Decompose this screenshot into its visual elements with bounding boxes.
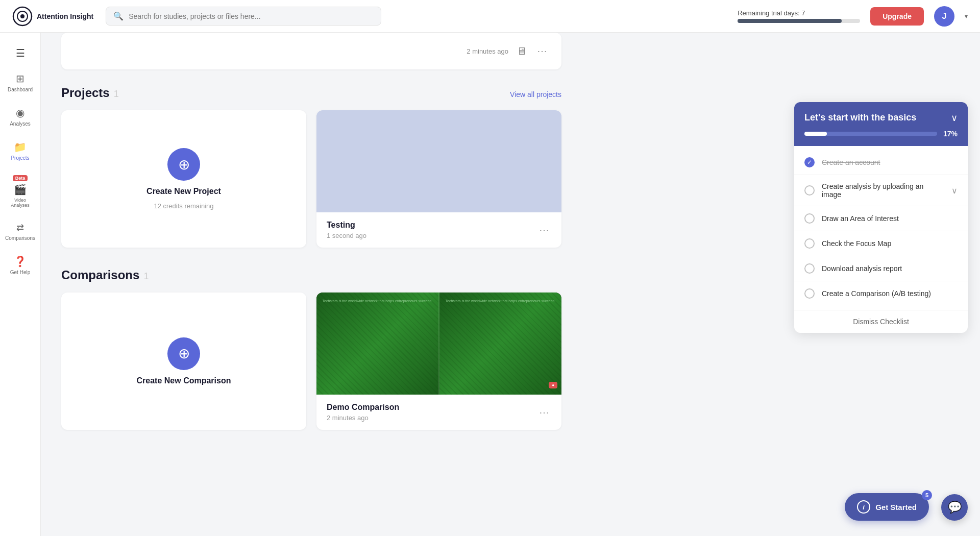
sidebar: ☰ ⊞ Dashboard ◉ Analyses 📁 Projects Beta… xyxy=(0,33,41,450)
comparisons-grid: ⊕ Create New Comparison Techstars is the… xyxy=(61,293,561,430)
help-icon: ❓ xyxy=(14,255,27,267)
checklist-item-draw-aoi[interactable]: Draw an Area of Interest xyxy=(794,206,968,231)
project-card-info: Testing 1 second ago ⋯ xyxy=(316,212,561,248)
checklist-label-comparison: Create a Comparison (A/B testing) xyxy=(822,289,958,298)
checklist-header: Let's start with the basics ∨ xyxy=(794,102,968,128)
create-project-subtitle: 12 credits remaining xyxy=(154,202,213,210)
comparison-thumbnails: Techstars is the worldwide network that … xyxy=(316,293,561,395)
trial-progress-bar xyxy=(738,19,860,23)
sidebar-item-dashboard[interactable]: ⊞ Dashboard xyxy=(2,67,39,98)
user-avatar[interactable]: J xyxy=(934,6,954,27)
dashboard-icon: ⊞ xyxy=(16,72,24,85)
comparison-time: 2 minutes ago xyxy=(327,414,399,422)
logo-icon xyxy=(12,6,33,27)
checklist-label-create-account: Create an account xyxy=(822,158,958,166)
projects-grid: ⊕ Create New Project 12 credits remainin… xyxy=(61,110,561,248)
checklist-label-draw-aoi: Draw an Area of Interest xyxy=(822,214,958,223)
sidebar-label-dashboard: Dashboard xyxy=(8,87,33,92)
checklist-item-create-analysis[interactable]: Create analysis by uploading an image ∨ xyxy=(794,175,968,206)
top-card-more-icon[interactable]: ⋯ xyxy=(535,43,549,59)
checklist-label-download-report: Download analysis report xyxy=(822,264,958,273)
checklist-label-create-analysis: Create analysis by uploading an image xyxy=(822,182,944,199)
search-input[interactable] xyxy=(129,12,374,20)
comparison-card-info: Demo Comparison 2 minutes ago ⋯ xyxy=(316,395,561,430)
sidebar-label-projects: Projects xyxy=(11,155,29,161)
checklist-progress-bar xyxy=(804,132,937,136)
check-radio-comparison xyxy=(804,288,815,299)
checklist-title: Let's start with the basics xyxy=(804,112,916,123)
upgrade-button[interactable]: Upgrade xyxy=(870,7,924,26)
app-logo[interactable]: Attention Insight xyxy=(12,6,93,27)
plus-icon: ⊕ xyxy=(178,156,190,173)
sidebar-item-video-analyses[interactable]: Beta 🎬 Video Analyses xyxy=(2,170,39,213)
checklist-progress-row: 17% xyxy=(794,128,968,146)
project-thumbnail xyxy=(316,110,561,212)
check-radio-draw-aoi xyxy=(804,213,815,224)
search-bar[interactable]: 🔍 xyxy=(106,7,381,26)
checklist-label-focus-map: Check the Focus Map xyxy=(822,239,958,248)
sidebar-item-projects[interactable]: 📁 Projects xyxy=(2,136,39,166)
sidebar-item-analyses[interactable]: ◉ Analyses xyxy=(2,102,39,132)
create-comparison-icon: ⊕ xyxy=(167,337,200,370)
comparisons-section-header: Comparisons 1 xyxy=(61,268,561,282)
checklist-progress-pct: 17% xyxy=(943,130,958,138)
project-more-icon[interactable]: ⋯ xyxy=(537,222,551,238)
trial-text: Remaining trial days: 7 xyxy=(738,9,860,17)
view-all-projects-link[interactable]: View all projects xyxy=(510,90,561,99)
top-card-screen-icon: 🖥 xyxy=(517,45,527,57)
projects-count: 1 xyxy=(114,89,119,100)
app-name: Attention Insight xyxy=(37,12,93,20)
checklist-item-focus-map[interactable]: Check the Focus Map xyxy=(794,231,968,256)
checklist-items-list: ✓ Create an account Create analysis by u… xyxy=(794,146,968,310)
check-radio-download-report xyxy=(804,263,815,274)
checklist-collapse-icon[interactable]: ∨ xyxy=(951,112,958,124)
projects-icon: 📁 xyxy=(14,141,27,153)
avatar-caret-icon[interactable]: ▾ xyxy=(965,13,968,20)
navbar: Attention Insight 🔍 Remaining trial days… xyxy=(0,0,980,33)
checklist-progress-fill xyxy=(804,132,827,136)
top-card-meta: 2 minutes ago 🖥 ⋯ xyxy=(467,43,549,59)
sidebar-label-comparisons: Comparisons xyxy=(5,235,35,241)
hamburger-menu-icon[interactable]: ☰ xyxy=(12,43,29,63)
analyses-icon: ◉ xyxy=(16,107,24,119)
checklist-item-download-report[interactable]: Download analysis report xyxy=(794,256,968,281)
svg-point-2 xyxy=(20,14,24,18)
project-title: Testing xyxy=(327,221,366,230)
comp-thumb-right: Techstars is the worldwide network that … xyxy=(438,293,561,395)
video-icon: 🎬 xyxy=(14,183,27,196)
dismiss-checklist-button[interactable]: Dismiss Checklist xyxy=(794,310,968,333)
create-project-icon: ⊕ xyxy=(167,148,200,181)
top-card-time: 2 minutes ago xyxy=(467,47,508,55)
project-card-testing[interactable]: Testing 1 second ago ⋯ xyxy=(316,110,561,248)
sidebar-item-help[interactable]: ❓ Get Help xyxy=(2,250,39,280)
comp-thumb-left: Techstars is the worldwide network that … xyxy=(316,293,438,395)
trial-info: Remaining trial days: 7 xyxy=(738,9,860,23)
check-radio-create-account: ✓ xyxy=(804,157,815,167)
checklist-panel: Let's start with the basics ∨ 17% ✓ Crea… xyxy=(794,102,968,333)
comparisons-title: Comparisons 1 xyxy=(61,268,149,282)
sidebar-item-comparisons[interactable]: ⇄ Comparisons xyxy=(2,217,39,246)
comp-badge: ● xyxy=(549,382,557,388)
comparison-title: Demo Comparison xyxy=(327,403,399,412)
comparisons-count: 1 xyxy=(143,271,149,282)
comp-thumb-text-right: Techstars is the worldwide network that … xyxy=(444,299,557,304)
comparison-card-demo[interactable]: Techstars is the worldwide network that … xyxy=(316,293,561,430)
projects-section-header: Projects 1 View all projects xyxy=(61,86,561,100)
create-comparison-card[interactable]: ⊕ Create New Comparison xyxy=(61,293,306,430)
checklist-expand-icon[interactable]: ∨ xyxy=(951,186,958,196)
comp-thumb-overlay-left xyxy=(316,293,438,395)
trial-progress-fill xyxy=(738,19,842,23)
create-comparison-title: Create New Comparison xyxy=(137,376,231,385)
project-time: 1 second ago xyxy=(327,232,366,239)
plus-comparison-icon: ⊕ xyxy=(178,345,190,362)
check-radio-focus-map xyxy=(804,238,815,249)
create-project-title: Create New Project xyxy=(146,187,221,196)
checklist-item-create-account[interactable]: ✓ Create an account xyxy=(794,150,968,175)
search-icon: 🔍 xyxy=(113,11,124,21)
top-partial-card: 2 minutes ago 🖥 ⋯ xyxy=(61,33,561,69)
comparisons-icon: ⇄ xyxy=(16,222,24,233)
beta-badge: Beta xyxy=(13,175,28,181)
comparison-more-icon[interactable]: ⋯ xyxy=(537,404,551,421)
checklist-item-comparison[interactable]: Create a Comparison (A/B testing) xyxy=(794,281,968,306)
create-project-card[interactable]: ⊕ Create New Project 12 credits remainin… xyxy=(61,110,306,248)
